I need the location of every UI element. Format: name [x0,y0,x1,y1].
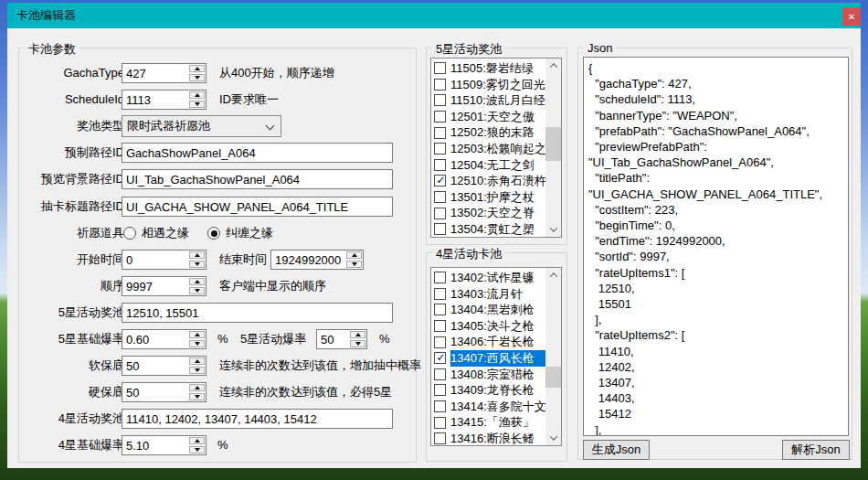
soft-pity-value[interactable] [122,357,188,375]
spin-down-icon[interactable] [189,340,205,347]
schedule-id-value[interactable] [122,91,188,109]
pool-type-dropdown[interactable]: 限时武器祈愿池 [122,115,281,137]
close-button[interactable]: ✕ [842,7,861,26]
list-item[interactable]: 13409:龙脊长枪 [431,382,545,399]
generate-json-button[interactable]: 生成Json [583,440,650,460]
scrollbar-thumb[interactable] [545,127,561,161]
list-item[interactable]: 11509:雾切之回光 [431,77,545,93]
pool5-list[interactable]: 11505:磐岩结绿11509:雾切之回光11510:波乱月白经津12501:天… [430,58,562,238]
pool4-list[interactable]: 13402:试作星镰13403:流月针13404:黑岩刺枪13405:决斗之枪1… [430,267,562,446]
begin-time-input[interactable] [122,250,206,270]
spin-down-icon[interactable] [346,261,362,268]
spin-down-icon[interactable] [350,340,365,347]
base-rate-5-input[interactable] [122,329,206,349]
end-time-value[interactable] [271,251,345,269]
title-path-input[interactable] [122,197,393,217]
list-item[interactable]: 13504:贯虹之槊 [431,221,545,237]
spin-down-icon[interactable] [189,101,205,108]
checkbox-icon[interactable] [434,94,446,106]
begin-time-value[interactable] [122,251,188,269]
radio-icon[interactable] [123,227,136,240]
pool5-scrollbar[interactable] [545,59,561,237]
spin-up-icon[interactable] [189,357,205,365]
sort-input[interactable] [122,276,206,296]
spin-down-icon[interactable] [189,287,205,294]
checkbox-icon[interactable] [434,62,446,74]
event-rate-5-input[interactable] [316,329,367,349]
rate-up-5-value[interactable] [122,304,392,322]
spin-up-icon[interactable] [189,65,205,72]
list-item[interactable]: 13501:护摩之杖 [431,189,545,206]
list-item[interactable]: 12502:狼的末路 [431,124,545,141]
preview-path-value[interactable] [122,170,392,188]
checkbox-icon[interactable] [434,288,446,300]
radio-icon[interactable] [207,227,220,240]
list-item[interactable]: 13404:黑岩刺枪 [431,302,545,318]
checkbox-icon[interactable] [434,352,446,364]
spin-up-icon[interactable] [189,251,205,259]
list-item[interactable]: 13405:决斗之枪 [431,318,545,335]
spin-down-icon[interactable] [189,446,205,453]
checkbox-icon[interactable] [434,384,446,396]
scroll-down-icon[interactable] [545,431,561,445]
spin-up-icon[interactable] [189,91,205,99]
list-item[interactable]: 12504:无工之剑 [431,157,545,174]
checkbox-icon[interactable] [434,127,446,139]
base-rate-4-value[interactable] [122,436,188,454]
spin-up-icon[interactable] [350,331,365,338]
base-rate-5-value[interactable] [122,330,188,348]
checkbox-icon[interactable] [434,417,446,429]
prefab-path-input[interactable] [122,143,393,163]
scroll-up-icon[interactable] [545,268,561,283]
list-item[interactable]: 12501:天空之傲 [431,109,545,125]
list-item[interactable]: 13502:天空之脊 [431,205,545,221]
checkbox-icon[interactable] [434,304,446,315]
checkbox-icon[interactable] [434,191,446,203]
checkbox-icon[interactable] [434,223,446,235]
list-item[interactable]: 12503:松籁响起之时 [431,141,545,157]
preview-path-input[interactable] [122,169,393,189]
checkbox-icon[interactable] [434,400,446,412]
spin-up-icon[interactable] [189,384,205,391]
checkbox-icon[interactable] [434,320,446,332]
scroll-up-icon[interactable] [545,59,561,73]
checkbox-icon[interactable] [434,143,446,155]
checkbox-icon[interactable] [434,336,446,348]
checkbox-icon[interactable] [434,368,446,380]
prefab-path-value[interactable] [122,144,392,162]
checkbox-icon[interactable] [434,111,446,123]
checkbox-icon[interactable] [434,432,446,444]
list-item[interactable]: 13402:试作星镰 [431,270,545,286]
event-rate-5-value[interactable] [317,330,349,348]
parse-json-button[interactable]: 解析Json [782,440,850,460]
hard-pity-value[interactable] [122,383,188,401]
checkbox-icon[interactable] [434,175,446,187]
hard-pity-input[interactable] [122,382,206,402]
end-time-input[interactable] [270,250,364,270]
list-item[interactable]: 12510:赤角石溃杵 [431,173,545,189]
soft-pity-input[interactable] [122,356,206,376]
list-item[interactable]: 13408:宗室猎枪 [431,367,545,383]
spin-down-icon[interactable] [189,261,205,268]
spin-down-icon[interactable] [189,74,205,81]
list-item[interactable]: 11505:磐岩结绿 [431,60,545,77]
scroll-down-icon[interactable] [545,222,561,237]
list-item[interactable]: 11510:波乱月白经津 [431,92,545,109]
gacha-type-value[interactable] [122,64,188,82]
pool4-scrollbar[interactable] [545,268,561,445]
schedule-id-input[interactable] [122,90,206,110]
radio-label[interactable]: 纠缠之缘 [226,225,273,241]
list-item[interactable]: 13406:千岩长枪 [431,334,545,350]
rate-up-5-input[interactable] [122,303,393,323]
radio-label[interactable]: 相遇之缘 [142,225,189,241]
list-item[interactable]: 13414:喜多院十文字 [431,399,545,415]
base-rate-4-input[interactable] [122,435,206,455]
spin-up-icon[interactable] [189,278,205,285]
rate-up-4-value[interactable] [122,410,392,428]
rate-up-4-input[interactable] [122,409,393,429]
checkbox-icon[interactable] [434,159,446,171]
scrollbar-thumb[interactable] [545,367,561,388]
spin-up-icon[interactable] [346,251,362,259]
checkbox-icon[interactable] [434,272,446,283]
spin-up-icon[interactable] [189,331,205,338]
